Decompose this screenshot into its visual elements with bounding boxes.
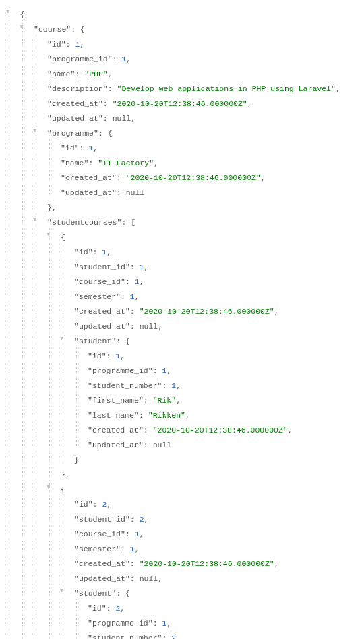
json-line: "student_id": 2, (7, 510, 357, 525)
json-key: "studentcourses" (47, 218, 121, 227)
expand-toggle-icon[interactable]: ▼ (60, 333, 63, 345)
json-key: "id" (88, 352, 107, 360)
expand-toggle-icon[interactable]: ▼ (33, 126, 36, 137)
json-key: "student_number" (88, 381, 162, 390)
json-key: "first_name" (88, 396, 144, 405)
json-key: "updated_at" (88, 441, 144, 449)
json-line: "id": 2, (7, 495, 357, 510)
json-key: "id" (74, 248, 93, 256)
json-value: "2020-10-20T12:38:46.000000Z" (140, 307, 274, 316)
json-value: "Rikken" (148, 411, 185, 420)
json-line: ▼{ (7, 480, 357, 495)
json-value: "2020-10-20T12:38:46.000000Z" (153, 426, 288, 435)
json-line: ▼{ (7, 228, 357, 243)
json-line: "created_at": "2020-10-20T12:38:46.00000… (7, 169, 357, 184)
json-key: "course" (34, 25, 71, 34)
json-line: } (7, 451, 357, 466)
json-value: 1 (135, 530, 140, 538)
json-line: "updated_at": null (7, 184, 357, 198)
json-value: "IT Factory" (98, 159, 154, 167)
json-line: "description": "Develop web applications… (7, 80, 357, 94)
json-key: "created_at" (74, 559, 130, 568)
json-key: "student_number" (88, 634, 162, 639)
json-line: "course_id": 1, (7, 525, 357, 540)
json-value: "2020-10-20T12:38:46.000000Z" (113, 99, 247, 108)
json-key: "programme" (47, 129, 98, 138)
json-line: "name": "IT Factory", (7, 154, 357, 169)
expand-toggle-icon[interactable]: ▼ (6, 7, 9, 18)
expand-toggle-icon[interactable]: ▼ (47, 229, 50, 241)
json-line: "semester": 1, (7, 540, 357, 555)
json-key: "student_id" (74, 262, 130, 271)
json-line: "student_id": 1, (7, 258, 357, 273)
json-line: ▼"student": { (7, 332, 357, 347)
json-line: "created_at": "2020-10-20T12:38:46.00000… (7, 302, 357, 317)
json-line: "programme_id": 1, (7, 50, 357, 65)
json-line: "id": 1, (7, 243, 357, 258)
json-line: "name": "PHP", (7, 65, 357, 80)
json-line: "programme_id": 1, (7, 362, 357, 377)
json-key: "student" (74, 337, 116, 345)
json-value: null (140, 322, 158, 331)
json-line: ▼{ (7, 5, 357, 20)
json-key: "programme_id" (88, 366, 153, 375)
json-line: ▼"course": { (7, 20, 357, 35)
json-value: 1 (140, 262, 144, 271)
json-line: "student_number": 1, (7, 377, 357, 391)
json-value: 1 (135, 277, 140, 286)
expand-toggle-icon[interactable]: ▼ (60, 586, 63, 597)
json-value: null (126, 188, 145, 197)
json-key: "created_at" (47, 99, 103, 108)
json-value: "Rik" (153, 396, 177, 405)
json-key: "updated_at" (74, 574, 130, 583)
json-key: "id" (47, 40, 66, 49)
json-line: "updated_at": null (7, 436, 357, 451)
json-line: }, (7, 466, 357, 480)
json-line: "created_at": "2020-10-20T12:38:46.00000… (7, 555, 357, 569)
json-key: "programme_id" (88, 619, 153, 628)
json-key: "updated_at" (61, 188, 117, 197)
json-line: "programme_id": 1, (7, 614, 357, 629)
json-line: "last_name": "Rikken", (7, 406, 357, 421)
json-line: ▼"programme": { (7, 124, 357, 139)
json-value: "2020-10-20T12:38:46.000000Z" (140, 559, 274, 568)
json-key: "id" (88, 604, 107, 613)
json-key: "id" (74, 500, 93, 509)
json-line: "created_at": "2020-10-20T12:38:46.00000… (7, 94, 357, 109)
json-key: "created_at" (61, 173, 117, 182)
json-value: "PHP" (84, 70, 108, 78)
json-line: "updated_at": null, (7, 317, 357, 332)
json-line: "course_id": 1, (7, 273, 357, 287)
json-key: "created_at" (74, 307, 130, 316)
json-line: }, (7, 198, 357, 213)
json-key: "semester" (74, 292, 121, 301)
json-line: "updated_at": null, (7, 109, 357, 124)
json-key: "course_id" (74, 277, 125, 286)
json-line: "id": 1, (7, 347, 357, 362)
json-line: "student_number": 2, (7, 629, 357, 639)
json-key: "name" (47, 70, 75, 78)
json-line: "first_name": "Rik", (7, 391, 357, 406)
json-line: "id": 1, (7, 139, 357, 154)
json-key: "semester" (74, 545, 121, 553)
json-line: ▼"student": { (7, 584, 357, 599)
json-key: "last_name" (88, 411, 139, 420)
expand-toggle-icon[interactable]: ▼ (47, 482, 50, 493)
json-value: null (140, 574, 158, 583)
json-key: "description" (47, 84, 108, 93)
json-key: "id" (61, 144, 80, 152)
json-value: "Develop web applications in PHP using L… (117, 84, 336, 93)
json-key: "student_id" (74, 515, 130, 524)
expand-toggle-icon[interactable]: ▼ (33, 215, 36, 226)
expand-toggle-icon[interactable]: ▼ (20, 22, 23, 33)
json-value: "2020-10-20T12:38:46.000000Z" (126, 173, 261, 182)
json-value: null (153, 441, 172, 449)
json-key: "updated_at" (47, 114, 103, 123)
json-line: ▼"studentcourses": [ (7, 213, 357, 228)
json-value: 2 (140, 515, 144, 524)
json-key: "course_id" (74, 530, 125, 538)
json-line: "updated_at": null, (7, 569, 357, 584)
json-key: "programme_id" (47, 55, 113, 63)
json-value: 1 (130, 545, 135, 553)
json-value: 1 (130, 292, 135, 301)
